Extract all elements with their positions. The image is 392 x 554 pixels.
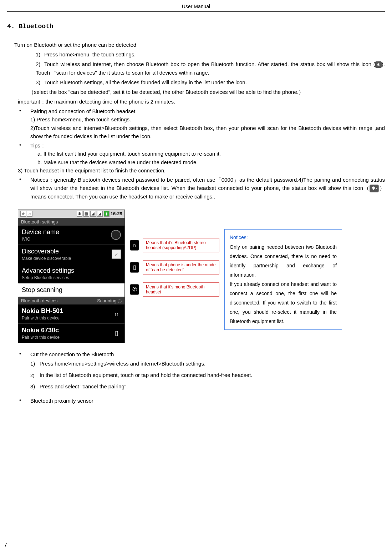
menu-title: Device name: [22, 228, 59, 236]
handset-icon: ✆: [130, 284, 139, 295]
device-title: Nokia BH-501: [22, 307, 63, 315]
bullet-notices: Notices：generally Bluetooth devices need…: [18, 176, 385, 201]
headphones-icon: ∩: [112, 309, 121, 318]
device-sub: Pair with this device: [22, 316, 63, 321]
device-title: Nokia 6730c: [22, 327, 60, 334]
menu-sub: Make device discoverable: [22, 256, 71, 261]
pairing-step-2: 2)Touch wireless and internet>Bluetooth …: [30, 124, 385, 141]
devices-header-left: Bluetooth devices: [21, 298, 58, 303]
proximity-title: Bluetooth proximity sensor: [30, 398, 93, 404]
bluetooth-status-icon: ✱: [77, 211, 82, 217]
headphones-icon: ∩: [130, 240, 139, 251]
tips-item-a: a. If the list can't find your equipment…: [37, 150, 385, 158]
status-time: 16:29: [111, 211, 122, 216]
notices-body-a: generally Bluetooth devices need passwor…: [30, 177, 385, 191]
cut-step-2: 2) In the list of Bluetooth equipment, t…: [30, 371, 385, 379]
bluetooth-icon: ✱: [375, 61, 382, 68]
bullet-tips: Tips： a. If the list can't find your equ…: [18, 141, 385, 175]
checkbox-icon[interactable]: ✓: [112, 250, 121, 259]
radio-icon[interactable]: [111, 230, 121, 240]
header-divider: [7, 11, 385, 12]
battery-icon: ▮: [104, 211, 110, 217]
notices-box-title: Notices:: [230, 233, 337, 242]
pairing-title: Pairing and connection of Bluetooth head…: [30, 108, 135, 114]
menu-title: Stop scanning: [22, 286, 62, 294]
menu-device-name[interactable]: Device name IVIO: [18, 226, 124, 245]
bullet-cut: Cut the connection to the Bluetooth: [18, 350, 385, 358]
sim-icon: ▤: [83, 211, 89, 217]
device-item-2[interactable]: Nokia 6730c Pair with this device ▯: [18, 324, 124, 343]
menu-stop-scanning[interactable]: Stop scanning: [18, 283, 124, 297]
phone-icon: ▯: [112, 329, 121, 337]
select-note: （select the box "can be detected", set i…: [29, 88, 385, 96]
signal-icon: ◢: [97, 211, 103, 217]
status-bar: ⊕ ♫ ✱ ▤ ◢ ◢ ▮ 16:29: [18, 210, 124, 218]
notices-box-body: Only on pairing needed between two Bluet…: [230, 243, 337, 326]
signal-icon: ◢: [90, 211, 96, 217]
menu-title: Advanced settings: [22, 267, 74, 275]
device-sub: Pair with this device: [22, 335, 60, 340]
tips-after: 3) Touch headset in the equipment list t…: [18, 166, 385, 175]
notices-box: Notices: Only on pairing needed between …: [224, 229, 342, 330]
page-header: User Manual: [7, 0, 385, 11]
bullet-pairing: Pairing and connection of Bluetooth head…: [18, 107, 385, 140]
step-2a-text: Touch wireless and internet, then choose…: [44, 61, 375, 67]
section-name: Bluetooth: [19, 23, 53, 30]
important-note: important：the maximum detecting time of …: [18, 97, 385, 106]
step-3-text: Touch Bluetooth settings, all the device…: [44, 79, 247, 85]
intro-text: Turn on Bluetooth or set the phone can b…: [14, 41, 385, 49]
status-icon: ♫: [27, 211, 32, 217]
cut-step-3: 3) Press and select "cancel the pairing"…: [30, 382, 385, 391]
cut-step-1: 1) Press home>menu>settings>wireless and…: [30, 359, 385, 368]
menu-sub: Setup Bluetooth services: [22, 275, 74, 280]
step-1-text: Press home>menu, the touch settings.: [44, 51, 136, 57]
menu-advanced[interactable]: Advanced settings Setup Bluetooth servic…: [18, 264, 124, 283]
callout-2: Means that phone is under the mode of "c…: [143, 260, 219, 275]
devices-header: Bluetooth devices Scanning ◌: [18, 297, 124, 304]
devices-header-right: Scanning ◌: [97, 298, 122, 303]
phone-screenshot: ⊕ ♫ ✱ ▤ ◢ ◢ ▮ 16:29 Bluetooth settings D…: [18, 210, 125, 343]
bullet-proximity: Bluetooth proximity sensor: [18, 397, 385, 405]
cut-title: Cut the connection to the Bluetooth: [30, 351, 114, 357]
section-number: 4.: [7, 23, 15, 30]
device-item-1[interactable]: Nokia BH-501 Pair with this device ∩: [18, 304, 124, 324]
status-icon: ⊕: [20, 211, 26, 217]
phone-icon: ▯: [130, 262, 139, 273]
menu-discoverable[interactable]: Discoverable Make device discoverable ✓: [18, 245, 124, 264]
step-2: 2)Touch wireless and internet, then choo…: [36, 60, 385, 77]
notices-title: Notices：: [30, 177, 54, 183]
step-1: 1)Press home>menu, the touch settings.: [36, 50, 385, 59]
settings-header: Bluetooth settings: [18, 218, 124, 226]
callout-3: Means that it's mono Bluetooth headset: [143, 282, 219, 297]
callout-1: Means that it's Bluetooth stereo headset…: [143, 238, 219, 252]
menu-title: Discoverable: [22, 248, 71, 255]
callouts-column: ∩ Means that it's Bluetooth stereo heads…: [130, 238, 219, 297]
section-title: 4. Bluetooth: [7, 23, 385, 30]
pairing-step-1: 1) Press home>menu, then touch settings.: [30, 115, 385, 124]
bluetooth-connected-icon: ✱›: [370, 185, 379, 192]
menu-sub: IVIO: [22, 237, 59, 242]
tips-title: Tips：: [30, 142, 46, 148]
step-3: 3)Touch Bluetooth settings, all the devi…: [36, 78, 385, 87]
tips-item-b: b. Make sure that the devices wanted are…: [37, 158, 385, 166]
